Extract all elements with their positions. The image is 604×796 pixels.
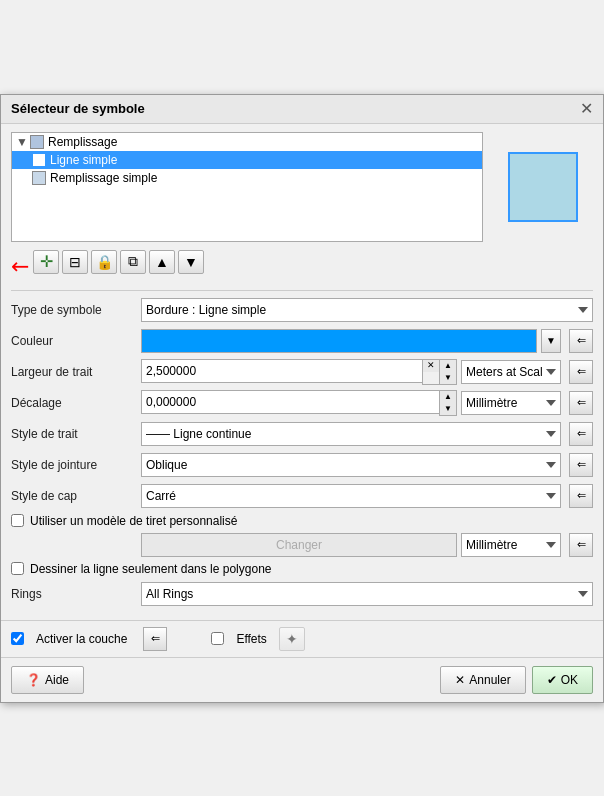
- symbol-type-select[interactable]: Bordure : Ligne simple: [141, 298, 593, 322]
- width-copy-btn[interactable]: ⇐: [569, 360, 593, 384]
- offset-control-area: ▲ ▼ Millimètre ⇐: [141, 390, 593, 416]
- down-icon: ▼: [184, 254, 198, 270]
- stroke-style-select[interactable]: —— Ligne continue: [141, 422, 561, 446]
- tree-item-remplissage-simple[interactable]: Remplissage simple: [12, 169, 482, 187]
- offset-copy-btn[interactable]: ⇐: [569, 391, 593, 415]
- width-clear-btn[interactable]: ✕: [423, 360, 439, 372]
- stroke-style-row: Style de trait —— Ligne continue ⇐: [11, 421, 593, 447]
- symbol-selector-dialog: Sélecteur de symbole ✕ ▼ Remplissage Lig…: [0, 94, 604, 703]
- draw-poly-label: Dessiner la ligne seulement dans le poly…: [30, 562, 271, 576]
- rings-label: Rings: [11, 587, 141, 601]
- active-layer-checkbox[interactable]: [11, 632, 24, 645]
- lock-icon: 🔒: [96, 254, 113, 270]
- tree-item-remplissage-label: Remplissage: [48, 135, 117, 149]
- cap-copy-btn[interactable]: ⇐: [569, 484, 593, 508]
- symbol-type-row: Type de symbole Bordure : Ligne simple: [11, 297, 593, 323]
- join-label: Style de jointure: [11, 458, 141, 472]
- offset-label: Décalage: [11, 396, 141, 410]
- join-copy-icon: ⇐: [577, 458, 586, 471]
- copy-icon: ⇐: [577, 334, 586, 347]
- cancel-button[interactable]: ✕ Annuler: [440, 666, 525, 694]
- width-down-btn[interactable]: ▼: [440, 372, 456, 384]
- effects-label: Effets: [236, 632, 266, 646]
- dialog-body: ▼ Remplissage Ligne simple Remplissage s…: [1, 124, 603, 620]
- ok-label: OK: [561, 673, 578, 687]
- join-copy-btn[interactable]: ⇐: [569, 453, 593, 477]
- move-down-button[interactable]: ▼: [178, 250, 204, 274]
- width-unit-select[interactable]: Meters at Scale: [461, 360, 561, 384]
- top-section: ▼ Remplissage Ligne simple Remplissage s…: [11, 132, 593, 242]
- join-style-select[interactable]: Oblique: [141, 453, 561, 477]
- join-style-row: Style de jointure Oblique ⇐: [11, 452, 593, 478]
- color-control-area: ▼ ⇐: [141, 329, 593, 353]
- color-row: Couleur ▼ ⇐: [11, 328, 593, 354]
- offset-unit-select[interactable]: Millimètre: [461, 391, 561, 415]
- offset-input[interactable]: [141, 390, 439, 414]
- width-clear-btn-group: ✕: [422, 359, 439, 385]
- changer-unit-select[interactable]: Millimètre: [461, 533, 561, 557]
- type-label: Type de symbole: [11, 303, 141, 317]
- width-input[interactable]: [141, 359, 422, 383]
- close-button[interactable]: ✕: [580, 101, 593, 117]
- duplicate-layer-button[interactable]: ⧉: [120, 250, 146, 274]
- tree-item-ligne-simple[interactable]: Ligne simple: [12, 151, 482, 169]
- custom-dash-label: Utiliser un modèle de tiret personnalisé: [30, 514, 237, 528]
- offset-up-btn[interactable]: ▲: [440, 391, 456, 403]
- help-icon: ❓: [26, 673, 41, 687]
- stroke-copy-btn[interactable]: ⇐: [569, 422, 593, 446]
- lock-layer-button[interactable]: 🔒: [91, 250, 117, 274]
- remove-layer-button[interactable]: ⊟: [62, 250, 88, 274]
- draw-poly-checkbox[interactable]: [11, 562, 24, 575]
- effects-checkbox[interactable]: [211, 632, 224, 645]
- remplissage-simple-icon: [32, 171, 46, 185]
- help-button[interactable]: ❓ Aide: [11, 666, 84, 694]
- width-control-area: ✕ ▲ ▼ Meters at Scale ⇐: [141, 359, 593, 385]
- title-bar: Sélecteur de symbole ✕: [1, 95, 603, 124]
- effects-settings-btn[interactable]: ✦: [279, 627, 305, 651]
- width-copy-icon: ⇐: [577, 365, 586, 378]
- arrow-indicator-icon: ↙: [4, 250, 35, 281]
- ok-button[interactable]: ✔ OK: [532, 666, 593, 694]
- ok-icon: ✔: [547, 673, 557, 687]
- join-control-area: Oblique ⇐: [141, 453, 593, 477]
- action-buttons-bar: ❓ Aide ✕ Annuler ✔ OK: [1, 657, 603, 702]
- changer-copy-icon: ⇐: [577, 538, 586, 551]
- width-spin-btns: ▲ ▼: [439, 359, 457, 385]
- active-layer-copy-icon: ⇐: [151, 632, 160, 645]
- move-up-button[interactable]: ▲: [149, 250, 175, 274]
- width-up-btn[interactable]: ▲: [440, 360, 456, 372]
- color-dropdown-btn[interactable]: ▼: [541, 329, 561, 353]
- cap-copy-icon: ⇐: [577, 489, 586, 502]
- cap-style-select[interactable]: Carré: [141, 484, 561, 508]
- symbol-preview: [508, 152, 578, 222]
- width-label: Largeur de trait: [11, 365, 141, 379]
- custom-dash-row: Utiliser un modèle de tiret personnalisé: [11, 514, 593, 528]
- cap-style-row: Style de cap Carré ⇐: [11, 483, 593, 509]
- help-label: Aide: [45, 673, 69, 687]
- star-icon: ✦: [286, 631, 298, 647]
- cap-control-area: Carré ⇐: [141, 484, 593, 508]
- separator-1: [11, 290, 593, 291]
- type-control-area: Bordure : Ligne simple: [141, 298, 593, 322]
- offset-copy-icon: ⇐: [577, 396, 586, 409]
- duplicate-icon: ⧉: [128, 253, 138, 270]
- custom-dash-checkbox[interactable]: [11, 514, 24, 527]
- add-layer-button[interactable]: ✛: [33, 250, 59, 274]
- bottom-bar: Activer la couche ⇐ Effets ✦: [1, 620, 603, 657]
- rings-select[interactable]: All Rings: [141, 582, 593, 606]
- changer-copy-btn[interactable]: ⇐: [569, 533, 593, 557]
- changer-button: Changer: [141, 533, 457, 557]
- stroke-label: Style de trait: [11, 427, 141, 441]
- tree-item-remplissage[interactable]: ▼ Remplissage: [12, 133, 482, 151]
- active-layer-copy-btn[interactable]: ⇐: [143, 627, 167, 651]
- rings-row: Rings All Rings: [11, 581, 593, 607]
- stroke-control-area: —— Ligne continue ⇐: [141, 422, 593, 446]
- toolbar: ✛ ⊟ 🔒 ⧉ ▲ ▼: [33, 250, 204, 274]
- cancel-label: Annuler: [469, 673, 510, 687]
- dialog-title: Sélecteur de symbole: [11, 101, 145, 116]
- color-copy-btn[interactable]: ⇐: [569, 329, 593, 353]
- offset-down-btn[interactable]: ▼: [440, 403, 456, 415]
- tree-item-remplissage-simple-label: Remplissage simple: [50, 171, 157, 185]
- preview-area: [493, 132, 593, 242]
- color-swatch[interactable]: [141, 329, 537, 353]
